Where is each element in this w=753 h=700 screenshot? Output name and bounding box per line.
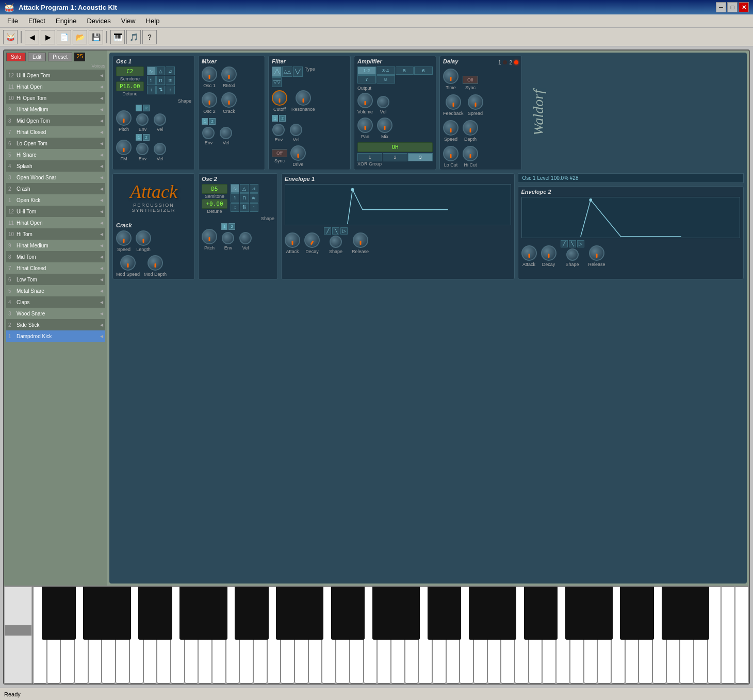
osc1-detune[interactable]: P16.00 — [116, 81, 144, 91]
list-item[interactable]: 8Mid Tom◀ — [6, 251, 105, 262]
list-item[interactable]: 2Crash◀ — [6, 183, 105, 194]
black-key[interactable] — [496, 587, 516, 640]
env1-shape-btn2[interactable]: ╲ — [332, 227, 339, 235]
amp-btn-5[interactable]: 5 — [396, 66, 414, 75]
osc2-pitch-knob[interactable] — [202, 229, 217, 244]
amp-vel-knob[interactable] — [377, 96, 389, 108]
osc2-wave-btn-2[interactable]: △ — [240, 184, 249, 193]
amp-btn-7[interactable]: 7 — [357, 75, 376, 84]
env2-attack-knob[interactable] — [521, 245, 537, 261]
black-key[interactable] — [689, 587, 709, 640]
minimize-button[interactable]: ─ — [716, 2, 726, 12]
osc2-wave-btn-9[interactable]: ↑ — [250, 203, 258, 212]
wave-btn-tri[interactable]: △ — [156, 66, 165, 75]
list-item[interactable]: 1Dampdrod Kick◀ — [6, 330, 105, 342]
list-item[interactable]: 9Hihat Medium◀ — [6, 240, 105, 251]
list-item[interactable]: 4Splash◀ — [6, 160, 105, 172]
osc2-env-btn1[interactable]: 1 — [221, 223, 227, 230]
osc1-note[interactable]: C2 — [116, 66, 144, 76]
osc2-wave-btn-5[interactable]: ⊓ — [240, 193, 249, 202]
close-button[interactable]: ✕ — [739, 2, 749, 12]
env1-shape-btn3[interactable]: ▷ — [340, 227, 348, 235]
preset-button[interactable]: Preset — [48, 53, 72, 61]
osc2-env-knob[interactable] — [222, 232, 234, 244]
filter-drive-knob[interactable] — [290, 145, 306, 161]
wave-btn-ud2[interactable]: ⇅ — [156, 86, 165, 94]
crack-speed-knob[interactable] — [116, 230, 132, 246]
list-item[interactable]: 11Hihat Open◀ — [6, 217, 105, 228]
osc2-wave-btn-4[interactable]: ↿ — [231, 193, 239, 202]
black-key[interactable] — [441, 587, 461, 640]
filter-type-3[interactable]: ╲╱ — [293, 66, 303, 77]
black-key[interactable] — [593, 587, 613, 640]
filter-modspeed-knob[interactable] — [120, 255, 136, 271]
env1-decay-knob[interactable] — [304, 232, 320, 248]
mixer-osc1-knob[interactable] — [202, 66, 217, 82]
wave-btn-ud3[interactable]: ↑ — [166, 86, 174, 94]
list-item[interactable]: 4Claps◀ — [6, 296, 105, 308]
osc1-env-btn1[interactable]: 1 — [136, 105, 142, 111]
mixer-vel-knob[interactable] — [220, 127, 232, 139]
osc2-wave-btn-3[interactable]: ⊿ — [250, 184, 258, 193]
osc1-fm-vel-knob[interactable] — [154, 143, 166, 155]
black-key[interactable] — [56, 587, 76, 640]
delay-feedback-knob[interactable] — [446, 94, 461, 110]
filter-vel-knob[interactable] — [290, 124, 302, 136]
xor-btn-2[interactable]: 2 — [383, 153, 407, 161]
filter-resonance-knob[interactable] — [296, 90, 311, 106]
black-key[interactable] — [152, 587, 172, 640]
env2-shape-btn2[interactable]: ╲ — [569, 240, 576, 247]
env2-shape-btn3[interactable]: ▷ — [577, 240, 584, 247]
sidebar-thumb[interactable] — [5, 625, 31, 636]
black-key[interactable] — [345, 587, 365, 640]
env1-shape-knob[interactable] — [330, 236, 342, 248]
menu-devices[interactable]: Devices — [81, 15, 116, 26]
osc2-env-btn2[interactable]: 2 — [228, 223, 235, 230]
delay-speed-knob[interactable] — [443, 120, 459, 136]
delay-time-knob[interactable] — [443, 69, 459, 84]
mixer-rmod-knob[interactable] — [221, 66, 237, 82]
black-key[interactable] — [400, 587, 420, 640]
toolbar-forward[interactable]: ▶ — [41, 30, 55, 44]
solo-button[interactable]: Solo — [6, 53, 26, 61]
delay-led-1[interactable] — [503, 60, 507, 64]
menu-engine[interactable]: Engine — [51, 15, 81, 26]
filter-type-4[interactable]: ▽▽ — [272, 77, 282, 88]
menu-view[interactable]: View — [116, 15, 141, 26]
list-item[interactable]: 5Hi Snare◀ — [6, 149, 105, 160]
black-key[interactable] — [537, 587, 558, 640]
delay-locut-knob[interactable] — [443, 146, 459, 161]
amp-btn-8[interactable]: 8 — [376, 75, 395, 84]
wave-btn-sine[interactable]: ∿ — [147, 66, 156, 75]
toolbar-open[interactable]: 📂 — [73, 30, 87, 44]
filter-type-2[interactable]: △△ — [282, 66, 292, 77]
black-key[interactable] — [634, 587, 654, 640]
osc1-vel-knob[interactable] — [154, 113, 166, 126]
filter-env-knob[interactable] — [272, 124, 285, 136]
osc1-env-knob[interactable] — [136, 113, 149, 126]
white-key[interactable] — [735, 587, 749, 684]
filter-moddepth-knob[interactable] — [148, 255, 163, 271]
list-item[interactable]: 2Side Stick◀ — [6, 319, 105, 330]
env1-shape-btn1[interactable]: ╱ — [324, 227, 331, 235]
white-key[interactable] — [721, 587, 735, 684]
osc2-wave-btn-1[interactable]: ∿ — [231, 184, 239, 193]
list-item[interactable]: 6Low Tom◀ — [6, 274, 105, 285]
osc1-fm-env-btn1[interactable]: 1 — [136, 134, 142, 141]
delay-spread-knob[interactable] — [468, 94, 483, 110]
toolbar-save[interactable]: 💾 — [89, 30, 103, 44]
list-item[interactable]: 10Hi Open Tom◀ — [6, 92, 105, 104]
black-key[interactable] — [304, 587, 324, 640]
toolbar-piano[interactable]: 🎹 — [110, 30, 125, 44]
env2-shape-btn1[interactable]: ╱ — [561, 240, 568, 247]
black-key[interactable] — [207, 587, 227, 640]
mixer-env-btn1[interactable]: 1 — [202, 118, 208, 125]
list-item[interactable]: 6Lo Open Tom◀ — [6, 138, 105, 149]
env2-release-knob[interactable] — [589, 245, 604, 261]
delay-depth-knob[interactable] — [463, 120, 478, 136]
maximize-button[interactable]: □ — [727, 2, 738, 12]
menu-effect[interactable]: Effect — [23, 15, 51, 26]
filter-cutoff-knob[interactable] — [272, 90, 287, 106]
env1-release-knob[interactable] — [353, 232, 368, 248]
osc1-fm-knob[interactable] — [116, 140, 132, 155]
